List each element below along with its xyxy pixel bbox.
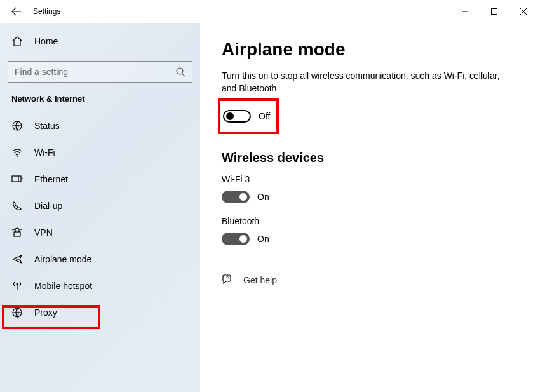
titlebar-left: Settings — [0, 6, 60, 17]
sidebar-item-label: Mobile hotspot — [34, 281, 92, 291]
wifi-label: Wi-Fi 3 — [222, 174, 516, 184]
sidebar-item-ethernet[interactable]: Ethernet — [0, 166, 200, 193]
page-description: Turn this on to stop all wireless commun… — [222, 70, 501, 95]
back-arrow-icon — [11, 6, 22, 17]
svg-point-8 — [17, 156, 18, 157]
titlebar: Settings — [0, 0, 538, 23]
help-label: Get help — [243, 275, 277, 285]
sidebar-item-status[interactable]: Status — [0, 112, 200, 139]
proxy-icon — [11, 307, 23, 318]
wifi-toggle-row: On — [222, 187, 516, 207]
sidebar-item-label: Status — [34, 121, 60, 131]
svg-line-5 — [182, 74, 185, 76]
wifi-toggle[interactable] — [222, 191, 250, 203]
sidebar-item-label: Airplane mode — [34, 254, 91, 264]
sidebar-home[interactable]: Home — [0, 30, 200, 52]
back-button[interactable] — [11, 6, 22, 17]
airplane-toggle-label: Off — [259, 111, 270, 121]
body: Home Network & Internet Status Wi-Fi Eth… — [0, 23, 538, 392]
content: Airplane mode Turn this on to stop all w… — [200, 23, 538, 392]
settings-window: Settings Home Network & Internet — [0, 0, 538, 392]
vpn-icon — [11, 227, 23, 238]
ethernet-icon — [11, 173, 23, 185]
svg-text:?: ? — [226, 276, 229, 280]
bluetooth-block: Bluetooth On — [222, 216, 516, 249]
maximize-button[interactable] — [480, 1, 509, 22]
get-help-link[interactable]: ? Get help — [222, 274, 516, 286]
sidebar-item-label: Wi-Fi — [34, 147, 55, 158]
svg-rect-12 — [14, 232, 20, 236]
svg-point-14 — [17, 283, 18, 285]
bluetooth-toggle-label: On — [257, 234, 269, 244]
sidebar-category: Network & Internet — [0, 91, 200, 112]
sidebar-item-mobile-hotspot[interactable]: Mobile hotspot — [0, 273, 200, 299]
bluetooth-label: Bluetooth — [222, 216, 516, 226]
sidebar-item-dialup[interactable]: Dial-up — [0, 193, 200, 219]
sidebar-item-wifi[interactable]: Wi-Fi — [0, 139, 200, 166]
minimize-icon — [462, 8, 468, 15]
airplane-mode-toggle[interactable] — [223, 110, 251, 123]
sidebar-item-label: VPN — [34, 227, 53, 238]
search-box[interactable] — [8, 61, 192, 83]
bluetooth-toggle-row: On — [222, 229, 516, 249]
wireless-heading: Wireless devices — [222, 151, 516, 165]
search-icon — [175, 67, 185, 77]
airplane-icon — [11, 253, 23, 265]
svg-rect-9 — [12, 176, 21, 182]
sidebar-item-vpn[interactable]: VPN — [0, 219, 200, 246]
window-title: Settings — [33, 7, 60, 16]
bluetooth-toggle[interactable] — [222, 233, 250, 245]
status-icon — [11, 120, 23, 132]
svg-rect-1 — [492, 9, 497, 15]
sidebar-item-label: Ethernet — [34, 174, 68, 184]
window-controls — [450, 1, 538, 22]
svg-point-4 — [177, 68, 183, 74]
dialup-icon — [11, 200, 23, 212]
minimize-button[interactable] — [450, 1, 480, 22]
wifi-block: Wi-Fi 3 On — [222, 174, 516, 207]
help-icon: ? — [222, 274, 233, 286]
close-icon — [520, 8, 527, 15]
annotation-highlight-toggle: Off — [218, 98, 279, 134]
sidebar-item-proxy[interactable]: Proxy — [0, 299, 200, 326]
sidebar-item-label: Proxy — [34, 308, 57, 318]
search-wrap — [8, 61, 192, 83]
page-title: Airplane mode — [222, 39, 516, 60]
sidebar-item-label: Dial-up — [34, 201, 62, 211]
wifi-icon — [11, 147, 23, 158]
airplane-toggle-row: Off — [223, 106, 270, 126]
home-label: Home — [34, 36, 58, 46]
maximize-icon — [491, 8, 497, 15]
sidebar-item-airplane-mode[interactable]: Airplane mode — [0, 246, 200, 273]
hotspot-icon — [11, 280, 23, 292]
sidebar: Home Network & Internet Status Wi-Fi Eth… — [0, 23, 200, 392]
search-input[interactable] — [15, 67, 175, 77]
wifi-toggle-label: On — [257, 192, 269, 202]
close-button[interactable] — [509, 1, 538, 22]
home-icon — [11, 36, 23, 47]
